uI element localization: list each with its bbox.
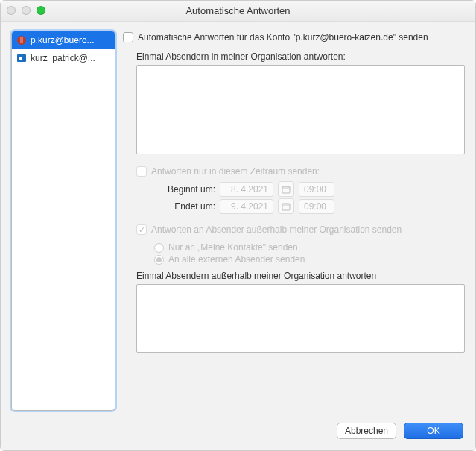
radio-contacts-row: Nur an „Meine Kontakte" senden (154, 242, 465, 253)
end-label: Endet um: (154, 201, 215, 212)
begin-time-input: 09:00 (299, 182, 334, 197)
svg-rect-1 (20, 37, 23, 43)
outlook-badge-icon (16, 53, 27, 63)
zoom-icon[interactable] (37, 6, 45, 15)
account-item[interactable]: p.kurz@buero... (12, 31, 115, 49)
outlook-badge-icon (16, 35, 27, 45)
begin-date-input: 8. 4.2021 (220, 182, 273, 197)
only-in-range-row: Antworten nur in diesem Zeitraum senden: (136, 166, 465, 177)
account-list[interactable]: p.kurz@buero... kurz_patrick@... (11, 31, 115, 411)
account-label: p.kurz@buero... (31, 35, 95, 45)
cancel-button[interactable]: Abbrechen (337, 423, 396, 439)
calendar-icon (278, 181, 294, 197)
checkbox-icon[interactable] (123, 32, 133, 42)
radio-contacts-label: Nur an „Meine Kontakte" senden (168, 242, 298, 253)
radio-all-row: An alle externen Absender senden (154, 254, 465, 265)
account-item[interactable]: kurz_patrick@... (12, 49, 115, 67)
ok-button[interactable]: OK (404, 423, 463, 439)
external-reply-textarea[interactable] (136, 284, 465, 353)
svg-rect-5 (282, 186, 290, 189)
svg-rect-3 (19, 57, 22, 60)
only-in-range-label: Antworten nur in diesem Zeitraum senden: (151, 166, 320, 177)
external-send-label: Antworten an Absender außerhalb meiner O… (151, 224, 402, 235)
window-title: Automatische Antworten (185, 5, 290, 16)
close-icon[interactable] (7, 6, 16, 15)
begin-row: Beginnt um: 8. 4.2021 09:00 (154, 181, 465, 197)
checkbox-checked-icon: ✓ (136, 224, 147, 235)
begin-label: Beginnt um: (154, 184, 215, 195)
enable-autoreply-row[interactable]: Automatische Antworten für das Konto "p.… (123, 32, 465, 42)
radio-icon (154, 243, 164, 253)
titlebar: Automatische Antworten (1, 1, 475, 22)
svg-rect-7 (282, 204, 290, 206)
radio-all-label: An alle externen Absender senden (168, 254, 305, 265)
checkbox-icon (136, 166, 147, 177)
minimize-icon[interactable] (22, 6, 31, 15)
enable-autoreply-label: Automatische Antworten für das Konto "p.… (138, 32, 428, 42)
internal-reply-label: Einmal Absendern in meiner Organisation … (136, 51, 465, 62)
external-reply-label: Einmal Absendern außerhalb meiner Organi… (136, 271, 465, 281)
external-send-row: ✓ Antworten an Absender außerhalb meiner… (136, 224, 465, 235)
end-time-input: 09:00 (299, 199, 334, 214)
end-row: Endet um: 9. 4.2021 09:00 (154, 198, 465, 214)
account-label: kurz_patrick@... (31, 53, 95, 63)
internal-reply-textarea[interactable] (136, 65, 465, 154)
calendar-icon (278, 198, 294, 214)
window-controls (7, 6, 45, 15)
radio-selected-icon (154, 255, 164, 265)
dialog-window: Automatische Antworten p.kurz@buero... k… (0, 0, 476, 451)
settings-panel: Automatische Antworten für das Konto "p.… (123, 31, 465, 413)
end-date-input: 9. 4.2021 (220, 199, 273, 214)
footer: Abbrechen OK (1, 417, 475, 450)
